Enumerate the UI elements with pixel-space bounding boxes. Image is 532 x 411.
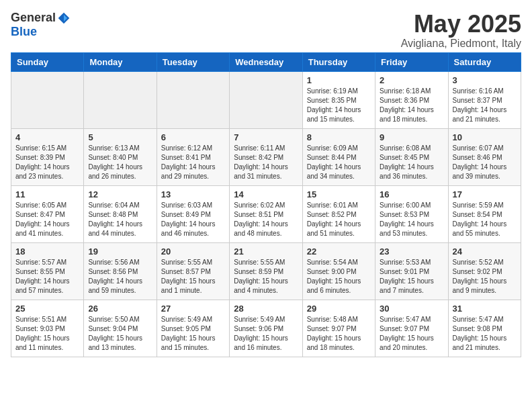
week-row-2: 4Sunrise: 6:15 AM Sunset: 8:39 PM Daylig… <box>11 128 521 185</box>
day-info: Sunrise: 6:01 AM Sunset: 8:52 PM Dayligh… <box>307 201 371 238</box>
day-number: 1 <box>307 75 371 85</box>
day-number: 8 <box>307 132 371 142</box>
day-info: Sunrise: 5:49 AM Sunset: 9:06 PM Dayligh… <box>234 315 298 353</box>
day-number: 2 <box>380 75 443 85</box>
header-monday: Monday <box>84 52 157 71</box>
calendar-table: Sunday Monday Tuesday Wednesday Thursday… <box>11 52 521 357</box>
day-info: Sunrise: 5:47 AM Sunset: 9:07 PM Dayligh… <box>380 315 443 353</box>
calendar-cell-w4-d2: 19Sunrise: 5:56 AM Sunset: 8:56 PM Dayli… <box>84 242 157 300</box>
calendar-cell-w2-d6: 9Sunrise: 6:08 AM Sunset: 8:45 PM Daylig… <box>375 128 448 185</box>
calendar-cell-w2-d3: 6Sunrise: 6:12 AM Sunset: 8:41 PM Daylig… <box>157 128 229 185</box>
day-number: 22 <box>307 246 371 257</box>
day-info: Sunrise: 6:05 AM Sunset: 8:47 PM Dayligh… <box>15 201 79 238</box>
day-info: Sunrise: 6:19 AM Sunset: 8:35 PM Dayligh… <box>307 87 371 124</box>
day-number: 15 <box>307 189 371 199</box>
day-info: Sunrise: 5:51 AM Sunset: 9:03 PM Dayligh… <box>15 315 79 353</box>
day-number: 12 <box>88 189 152 199</box>
day-info: Sunrise: 6:12 AM Sunset: 8:41 PM Dayligh… <box>161 144 225 181</box>
header-wednesday: Wednesday <box>230 52 302 71</box>
day-number: 29 <box>307 304 371 314</box>
calendar-cell-w4-d4: 21Sunrise: 5:55 AM Sunset: 8:59 PM Dayli… <box>230 242 302 300</box>
calendar-cell-w3-d6: 16Sunrise: 6:00 AM Sunset: 8:53 PM Dayli… <box>375 185 448 242</box>
day-info: Sunrise: 6:00 AM Sunset: 8:53 PM Dayligh… <box>380 201 443 238</box>
calendar-cell-w3-d4: 14Sunrise: 6:02 AM Sunset: 8:51 PM Dayli… <box>230 185 302 242</box>
day-info: Sunrise: 6:04 AM Sunset: 8:48 PM Dayligh… <box>88 201 152 238</box>
day-info: Sunrise: 5:57 AM Sunset: 8:55 PM Dayligh… <box>15 258 79 295</box>
day-number: 31 <box>453 304 517 314</box>
day-number: 11 <box>15 189 79 199</box>
day-info: Sunrise: 5:56 AM Sunset: 8:56 PM Dayligh… <box>88 258 152 295</box>
location: Avigliana, Piedmont, Italy <box>401 38 521 50</box>
header-sunday: Sunday <box>11 52 84 71</box>
day-info: Sunrise: 5:48 AM Sunset: 9:07 PM Dayligh… <box>307 315 371 353</box>
logo-blue: Blue <box>11 25 37 38</box>
day-number: 10 <box>453 132 517 142</box>
day-info: Sunrise: 6:13 AM Sunset: 8:40 PM Dayligh… <box>88 144 152 181</box>
calendar-cell-w1-d4 <box>230 71 302 128</box>
calendar-cell-w2-d2: 5Sunrise: 6:13 AM Sunset: 8:40 PM Daylig… <box>84 128 157 185</box>
day-number: 24 <box>453 246 517 257</box>
title-section: May 2025 Avigliana, Piedmont, Italy <box>401 11 521 50</box>
day-info: Sunrise: 5:53 AM Sunset: 9:01 PM Dayligh… <box>380 258 443 295</box>
calendar-cell-w4-d5: 22Sunrise: 5:54 AM Sunset: 9:00 PM Dayli… <box>302 242 375 300</box>
day-number: 26 <box>88 304 152 314</box>
calendar-cell-w5-d6: 30Sunrise: 5:47 AM Sunset: 9:07 PM Dayli… <box>375 300 448 357</box>
day-number: 18 <box>15 246 79 257</box>
day-number: 16 <box>380 189 443 199</box>
calendar-cell-w3-d5: 15Sunrise: 6:01 AM Sunset: 8:52 PM Dayli… <box>302 185 375 242</box>
month-title: May 2025 <box>401 11 521 38</box>
header-friday: Friday <box>375 52 448 71</box>
day-info: Sunrise: 5:55 AM Sunset: 8:57 PM Dayligh… <box>161 258 225 295</box>
day-info: Sunrise: 5:54 AM Sunset: 9:00 PM Dayligh… <box>307 258 371 295</box>
calendar-cell-w3-d7: 17Sunrise: 5:59 AM Sunset: 8:54 PM Dayli… <box>448 185 521 242</box>
day-number: 21 <box>234 246 298 257</box>
day-number: 7 <box>234 132 298 142</box>
day-info: Sunrise: 5:52 AM Sunset: 9:02 PM Dayligh… <box>453 258 517 295</box>
calendar-cell-w3-d3: 13Sunrise: 6:03 AM Sunset: 8:49 PM Dayli… <box>157 185 229 242</box>
calendar-cell-w2-d5: 8Sunrise: 6:09 AM Sunset: 8:44 PM Daylig… <box>302 128 375 185</box>
day-info: Sunrise: 6:18 AM Sunset: 8:36 PM Dayligh… <box>380 87 443 124</box>
day-info: Sunrise: 6:15 AM Sunset: 8:39 PM Dayligh… <box>15 144 79 181</box>
week-row-1: 1Sunrise: 6:19 AM Sunset: 8:35 PM Daylig… <box>11 71 521 128</box>
day-number: 6 <box>161 132 225 142</box>
day-info: Sunrise: 6:11 AM Sunset: 8:42 PM Dayligh… <box>234 144 298 181</box>
calendar-cell-w5-d1: 25Sunrise: 5:51 AM Sunset: 9:03 PM Dayli… <box>11 300 84 357</box>
header-saturday: Saturday <box>448 52 521 71</box>
header-tuesday: Tuesday <box>157 52 229 71</box>
day-info: Sunrise: 6:16 AM Sunset: 8:37 PM Dayligh… <box>453 87 517 124</box>
day-number: 27 <box>161 304 225 314</box>
calendar-cell-w1-d7: 3Sunrise: 6:16 AM Sunset: 8:37 PM Daylig… <box>448 71 521 128</box>
day-info: Sunrise: 5:50 AM Sunset: 9:04 PM Dayligh… <box>88 315 152 353</box>
week-row-5: 25Sunrise: 5:51 AM Sunset: 9:03 PM Dayli… <box>11 300 521 357</box>
day-info: Sunrise: 6:09 AM Sunset: 8:44 PM Dayligh… <box>307 144 371 181</box>
calendar-cell-w1-d1 <box>11 71 84 128</box>
day-number: 19 <box>88 246 152 257</box>
day-number: 3 <box>453 75 517 85</box>
calendar-cell-w3-d2: 12Sunrise: 6:04 AM Sunset: 8:48 PM Dayli… <box>84 185 157 242</box>
day-number: 4 <box>15 132 79 142</box>
calendar-cell-w5-d4: 28Sunrise: 5:49 AM Sunset: 9:06 PM Dayli… <box>230 300 302 357</box>
day-info: Sunrise: 5:55 AM Sunset: 8:59 PM Dayligh… <box>234 258 298 295</box>
calendar-cell-w4-d7: 24Sunrise: 5:52 AM Sunset: 9:02 PM Dayli… <box>448 242 521 300</box>
day-number: 28 <box>234 304 298 314</box>
calendar-cell-w2-d4: 7Sunrise: 6:11 AM Sunset: 8:42 PM Daylig… <box>230 128 302 185</box>
day-number: 20 <box>161 246 225 257</box>
calendar-cell-w4-d1: 18Sunrise: 5:57 AM Sunset: 8:55 PM Dayli… <box>11 242 84 300</box>
day-number: 13 <box>161 189 225 199</box>
day-number: 14 <box>234 189 298 199</box>
calendar-cell-w1-d3 <box>157 71 229 128</box>
calendar-cell-w5-d2: 26Sunrise: 5:50 AM Sunset: 9:04 PM Dayli… <box>84 300 157 357</box>
week-row-4: 18Sunrise: 5:57 AM Sunset: 8:55 PM Dayli… <box>11 242 521 300</box>
calendar-cell-w1-d6: 2Sunrise: 6:18 AM Sunset: 8:36 PM Daylig… <box>375 71 448 128</box>
day-info: Sunrise: 5:47 AM Sunset: 9:08 PM Dayligh… <box>453 315 517 353</box>
logo-general: General <box>11 11 56 25</box>
day-info: Sunrise: 6:07 AM Sunset: 8:46 PM Dayligh… <box>453 144 517 181</box>
calendar-cell-w5-d5: 29Sunrise: 5:48 AM Sunset: 9:07 PM Dayli… <box>302 300 375 357</box>
page-header: General Blue May 2025 Avigliana, Piedmon… <box>11 11 521 50</box>
calendar-cell-w4-d6: 23Sunrise: 5:53 AM Sunset: 9:01 PM Dayli… <box>375 242 448 300</box>
day-number: 17 <box>453 189 517 199</box>
day-number: 23 <box>380 246 443 257</box>
day-info: Sunrise: 6:03 AM Sunset: 8:49 PM Dayligh… <box>161 201 225 238</box>
day-info: Sunrise: 5:49 AM Sunset: 9:05 PM Dayligh… <box>161 315 225 353</box>
calendar-cell-w3-d1: 11Sunrise: 6:05 AM Sunset: 8:47 PM Dayli… <box>11 185 84 242</box>
